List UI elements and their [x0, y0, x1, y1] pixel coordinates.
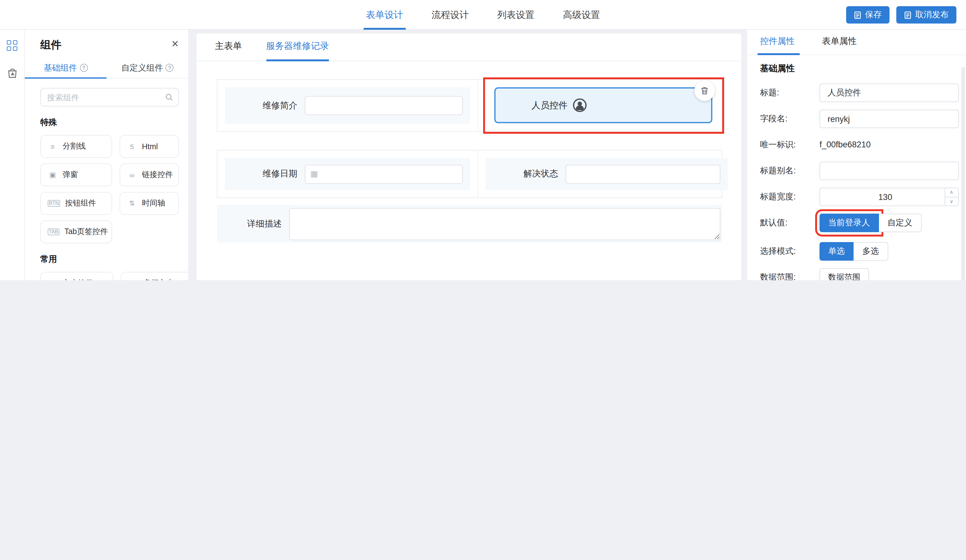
tab-custom-components[interactable]: 自定义组件 ?: [107, 57, 188, 78]
field-repair-date[interactable]: 维修日期 ▦: [217, 151, 478, 198]
property-row-data-range: 数据范围: 数据范围: [760, 268, 959, 280]
title-input[interactable]: [820, 84, 959, 102]
help-icon[interactable]: ?: [166, 64, 174, 72]
field-repair-intro[interactable]: 维修简介: [217, 80, 478, 131]
top-bar: 表单设计 流程设计 列表设置 高级设置 保存 取消发布: [0, 0, 966, 30]
delete-widget-button[interactable]: [694, 80, 715, 101]
component-item-multiline-text[interactable]: A≡多行文本: [121, 272, 189, 280]
tab-main-form[interactable]: 主表单: [215, 40, 242, 61]
top-nav-tabs: 表单设计 流程设计 列表设置 高级设置: [366, 0, 600, 30]
tab-widget-properties[interactable]: 控件属性: [760, 36, 795, 54]
resolve-status-input[interactable]: [565, 164, 720, 183]
component-item-text[interactable]: ▭文本控件: [40, 272, 113, 280]
tab-widget-icon: TAB: [48, 228, 59, 235]
field-label: 详细描述: [217, 218, 282, 229]
form-row: 维修日期 ▦ 解决状态: [217, 150, 722, 198]
component-list: 特殊 ≡分割线 5Html ▣弹窗 ∞链接控件 BTN按钮组件 ⇅时间轴 TAB…: [25, 117, 188, 280]
component-item-html[interactable]: 5Html: [120, 135, 179, 158]
section-basic-properties: 基础属性: [760, 63, 959, 74]
section-title-special: 特殊: [40, 117, 179, 128]
field-label: 维修简介: [232, 100, 297, 111]
document-icon: [853, 11, 861, 19]
field-detail-description[interactable]: 详细描述: [217, 205, 722, 243]
property-row-field-name: 字段名:: [760, 110, 959, 128]
component-label: 弹窗: [62, 170, 78, 180]
components-grid-icon[interactable]: [7, 40, 18, 52]
component-item-timeline[interactable]: ⇅时间轴: [120, 192, 179, 215]
property-row-title-alias: 标题别名:: [760, 162, 959, 180]
selection-highlight-red: [483, 77, 724, 134]
property-row-default-value: 默认值: 当前登录人 自定义: [760, 214, 959, 232]
unique-id-value: f_00fbe68210: [820, 136, 871, 154]
repair-date-input[interactable]: ▦: [305, 164, 463, 183]
stepper-down-icon[interactable]: ∨: [945, 196, 958, 206]
field-label: 维修日期: [232, 169, 297, 180]
text-widget-icon: ▭: [48, 279, 58, 280]
select-mode-multi-option[interactable]: 多选: [854, 242, 888, 260]
tab-advanced-settings[interactable]: 高级设置: [563, 0, 600, 30]
title-alias-input[interactable]: [820, 162, 959, 180]
unpublish-button-label: 取消发布: [915, 9, 949, 20]
panel-title: 组件: [40, 38, 61, 52]
repair-intro-input[interactable]: [305, 96, 463, 115]
property-label: 选择模式:: [760, 242, 820, 260]
component-label: 按钮组件: [65, 198, 96, 209]
timeline-icon: ⇅: [127, 199, 137, 207]
field-name-input[interactable]: [820, 110, 959, 128]
section-title-common: 常用: [40, 254, 179, 265]
default-current-user-option[interactable]: 当前登录人: [820, 214, 879, 232]
component-item-divider[interactable]: ≡分割线: [40, 135, 112, 158]
popup-icon: ▣: [48, 171, 58, 179]
close-icon[interactable]: ✕: [171, 38, 179, 50]
component-item-button[interactable]: BTN按钮组件: [40, 192, 112, 215]
property-label: 标题别名:: [760, 162, 820, 180]
default-custom-option[interactable]: 自定义: [879, 214, 922, 232]
tab-form-properties[interactable]: 表单属性: [822, 36, 857, 54]
detail-description-textarea[interactable]: [289, 208, 720, 240]
component-label: Tab页签控件: [64, 227, 108, 237]
field-label: 解决状态: [493, 169, 558, 180]
tab-flow-design[interactable]: 流程设计: [432, 0, 469, 30]
stepper-up-icon[interactable]: ∧: [945, 188, 958, 196]
tab-basic-components[interactable]: 基础组件 ?: [25, 57, 107, 78]
link-icon: ∞: [127, 171, 137, 178]
property-label: 标题宽度:: [760, 188, 820, 206]
document-icon: [904, 11, 912, 19]
calendar-icon: ▦: [310, 169, 318, 178]
property-row-unique-id: 唯一标识: f_00fbe68210: [760, 136, 959, 154]
component-item-popup[interactable]: ▣弹窗: [40, 164, 112, 187]
component-label: 多行文本: [143, 278, 174, 280]
design-canvas-area: 主表单 服务器维修记录 维修简介 人员控件: [189, 30, 746, 280]
field-person-widget-cell[interactable]: 人员控件: [478, 80, 722, 131]
tab-list-settings[interactable]: 列表设置: [498, 0, 535, 30]
property-row-title-width: 标题宽度: ∧ ∨: [760, 188, 959, 206]
help-icon[interactable]: ?: [80, 64, 88, 72]
data-range-button[interactable]: 数据范围: [820, 268, 869, 280]
component-item-link[interactable]: ∞链接控件: [120, 164, 179, 187]
property-row-title: 标题:: [760, 84, 959, 102]
field-resolve-status[interactable]: 解决状态: [478, 151, 735, 198]
property-panel-tabs: 控件属性 表单属性: [747, 30, 966, 55]
property-panel: 控件属性 表单属性 基础属性 标题: 字段名: 唯一标识: f_00fbe682…: [746, 30, 966, 280]
select-mode-single-option[interactable]: 单选: [820, 242, 854, 260]
scrollbar-thumb[interactable]: [961, 67, 965, 280]
form-row: 维修简介 人员控件: [217, 79, 722, 132]
form-tabs: 主表单 服务器维修记录: [196, 33, 741, 61]
tab-form-design[interactable]: 表单设计: [366, 0, 403, 30]
component-item-tab[interactable]: TABTab页签控件: [40, 220, 112, 243]
property-row-select-mode: 选择模式: 单选 多选: [760, 242, 959, 260]
property-label: 数据范围:: [760, 268, 820, 280]
save-button[interactable]: 保存: [846, 6, 889, 23]
component-panel-tabs: 基础组件 ? 自定义组件 ?: [25, 57, 188, 79]
component-label: 文本控件: [62, 278, 94, 280]
number-stepper: ∧ ∨: [944, 188, 958, 206]
tab-custom-components-label: 自定义组件: [122, 62, 163, 74]
button-icon: BTN: [48, 200, 60, 207]
property-label: 默认值:: [760, 214, 820, 232]
title-width-input[interactable]: [820, 188, 959, 206]
search-input[interactable]: [40, 88, 179, 106]
tab-server-repair-record[interactable]: 服务器维修记录: [266, 40, 329, 61]
recycle-bin-icon[interactable]: [6, 67, 18, 82]
divider-icon: ≡: [48, 143, 58, 150]
unpublish-button[interactable]: 取消发布: [896, 6, 956, 23]
